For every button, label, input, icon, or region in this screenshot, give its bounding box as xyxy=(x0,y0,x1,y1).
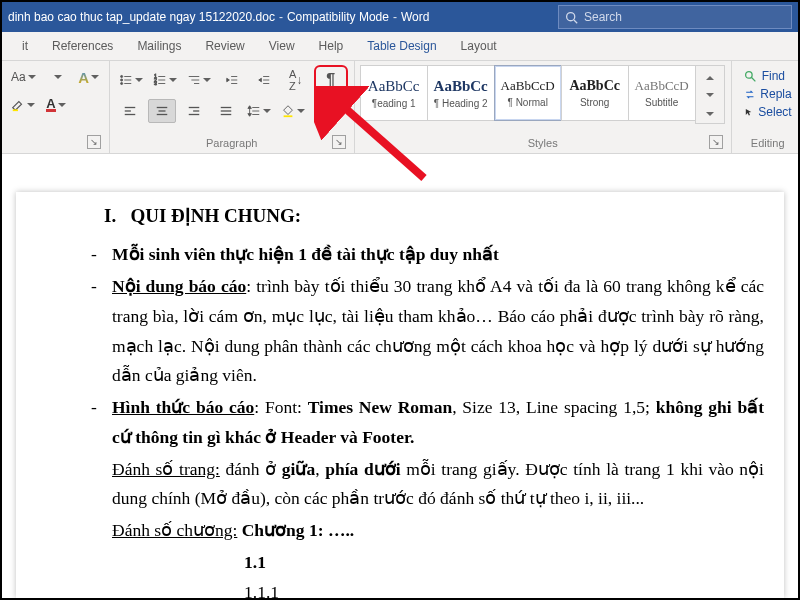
title-sep: - xyxy=(279,10,283,24)
font-misc-button[interactable] xyxy=(43,65,71,89)
multilevel-list-button[interactable] xyxy=(184,68,214,92)
tab-help[interactable]: Help xyxy=(307,33,356,60)
decrease-indent-button[interactable] xyxy=(218,68,246,92)
svg-point-3 xyxy=(120,75,122,77)
tab-mailings[interactable]: Mailings xyxy=(125,33,193,60)
tab-references[interactable]: References xyxy=(40,33,125,60)
cursor-icon xyxy=(744,106,754,119)
svg-point-48 xyxy=(745,71,752,78)
document-filename: dinh bao cao thuc tap_update ngay 151220… xyxy=(8,10,275,24)
search-placeholder: Search xyxy=(584,10,622,24)
text-highlight-button[interactable] xyxy=(8,93,38,117)
ribbon-tabs: it References Mailings Review View Help … xyxy=(2,32,798,61)
line-spacing-button[interactable] xyxy=(244,99,274,123)
font-dialog-launcher[interactable]: ↘ xyxy=(87,135,101,149)
numbering-2: 1.1.1 xyxy=(244,578,770,598)
numbering-button[interactable]: 123 xyxy=(150,68,180,92)
svg-marker-18 xyxy=(226,78,229,82)
styles-expand[interactable] xyxy=(696,104,724,123)
svg-point-0 xyxy=(567,12,575,20)
font-color-button[interactable]: A xyxy=(42,93,70,117)
tab-layout[interactable]: Layout xyxy=(449,33,509,60)
app-name: Word xyxy=(401,10,429,24)
editing-group-label: Editing xyxy=(738,134,798,153)
align-right-button[interactable] xyxy=(180,99,208,123)
align-left-button[interactable] xyxy=(116,99,144,123)
search-box[interactable]: Search xyxy=(558,5,792,29)
increase-indent-button[interactable] xyxy=(250,68,278,92)
find-button[interactable]: Find xyxy=(744,69,792,83)
search-icon xyxy=(565,11,578,24)
svg-point-5 xyxy=(120,79,122,81)
style-heading2[interactable]: AaBbCc¶ Heading 2 xyxy=(427,65,495,121)
svg-line-1 xyxy=(574,19,577,22)
svg-line-49 xyxy=(751,77,755,81)
title-bar: dinh bao cao thuc tap_update ngay 151220… xyxy=(2,2,798,32)
svg-rect-44 xyxy=(283,115,292,117)
replace-icon xyxy=(744,88,756,101)
svg-rect-2 xyxy=(13,109,18,111)
replace-button[interactable]: Repla xyxy=(744,87,792,101)
title-sep: - xyxy=(393,10,397,24)
svg-marker-22 xyxy=(258,78,261,82)
font-group-label: ↘ xyxy=(8,134,103,153)
styles-scroll-down[interactable] xyxy=(696,85,724,104)
svg-marker-42 xyxy=(248,106,252,109)
style-strong[interactable]: AaBbCcStrong xyxy=(561,65,629,121)
align-center-button[interactable] xyxy=(148,99,176,123)
tab-review[interactable]: Review xyxy=(193,33,256,60)
tab-it[interactable]: it xyxy=(10,33,40,60)
styles-scroll-up[interactable] xyxy=(696,66,724,85)
styles-dialog-launcher[interactable]: ↘ xyxy=(709,135,723,149)
document-page[interactable]: I. QUI ĐỊNH CHUNG: -Mỗi sinh viên thực h… xyxy=(16,192,784,598)
paragraph-group-label: Paragraph↘ xyxy=(116,134,348,153)
svg-marker-43 xyxy=(248,114,252,117)
tab-view[interactable]: View xyxy=(257,33,307,60)
tab-table-design[interactable]: Table Design xyxy=(355,33,448,60)
style-subtitle[interactable]: AaBbCcDSubtitle xyxy=(628,65,696,121)
search-icon xyxy=(744,70,757,83)
shading-button[interactable] xyxy=(278,99,308,123)
text-effects-button[interactable]: A xyxy=(75,65,103,89)
sort-button[interactable]: AZ↓ xyxy=(282,68,310,92)
annotation-arrow xyxy=(314,86,434,186)
numbering-1: 1.1 xyxy=(244,548,770,578)
select-button[interactable]: Select xyxy=(744,105,792,119)
svg-line-50 xyxy=(336,100,424,178)
compat-mode: Compatibility Mode xyxy=(287,10,389,24)
justify-button[interactable] xyxy=(212,99,240,123)
svg-text:3: 3 xyxy=(154,80,157,86)
document-body: I. QUI ĐỊNH CHUNG: -Mỗi sinh viên thực h… xyxy=(32,200,770,598)
style-normal[interactable]: AaBbCcD¶ Normal xyxy=(494,65,562,121)
svg-point-7 xyxy=(120,82,122,84)
bullets-button[interactable] xyxy=(116,68,146,92)
change-case-button[interactable]: Aa xyxy=(8,65,39,89)
